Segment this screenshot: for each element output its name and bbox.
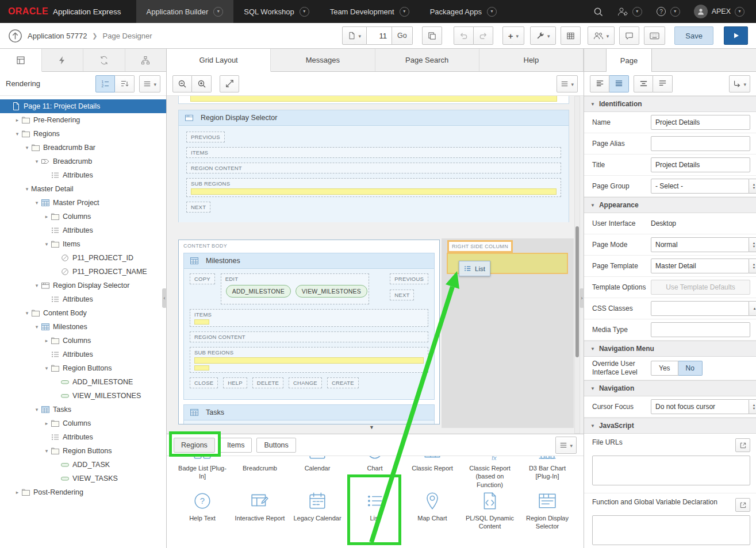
utilities-menu-button[interactable] — [530, 26, 556, 45]
layout-slot-region-content[interactable]: REGION CONTENT — [186, 163, 561, 173]
tab-grid-layout[interactable]: Grid Layout — [167, 49, 271, 72]
region-header[interactable]: Milestones — [184, 253, 434, 269]
tab-page[interactable]: Page — [606, 49, 652, 72]
tree-expand-toggle[interactable]: ▾ — [43, 448, 51, 454]
tab-processing[interactable] — [83, 49, 125, 71]
tree-expand-toggle[interactable]: ▾ — [13, 131, 21, 137]
tree-item-regions[interactable]: ▾Regions — [0, 127, 166, 141]
select-spinner[interactable]: ▲▼ — [749, 237, 756, 252]
layout-slot-close[interactable]: CLOSE — [190, 377, 218, 388]
section-header-navigation-menu[interactable]: ▼Navigation Menu — [584, 341, 756, 357]
expand-all-button[interactable] — [220, 75, 239, 92]
section-header-javascript[interactable]: ▼JavaScript — [584, 418, 756, 434]
combo-toggle-button[interactable]: ▴ — [749, 301, 756, 316]
tab-shared-components[interactable] — [125, 49, 167, 71]
run-button[interactable] — [724, 26, 748, 45]
gallery-item-d3-bar-chart-plug-in[interactable]: D3 Bar Chart [Plug-In] — [519, 456, 576, 489]
field-input[interactable] — [651, 115, 750, 130]
scroll-down-indicator[interactable] — [369, 424, 374, 430]
tab-packaged-apps[interactable]: Packaged Apps — [420, 0, 507, 23]
tree-expand-toggle[interactable]: ▸ — [43, 420, 51, 426]
layout-slot-change[interactable]: CHANGE — [289, 377, 322, 388]
tree-item-page-11-project-details[interactable]: Page 11: Project Details — [0, 99, 166, 113]
tree-item-view-tasks[interactable]: VIEW_TASKS — [0, 472, 166, 485]
region-button-view-milestones[interactable]: VIEW_MILESTONES — [296, 285, 367, 298]
gallery-item-chart[interactable]: Chart — [346, 456, 404, 489]
layout-slot-create[interactable]: CREATE — [327, 377, 359, 388]
tree-item-content-body[interactable]: ▾Content Body — [0, 306, 166, 320]
section-header-navigation[interactable]: ▼Navigation — [584, 380, 756, 396]
create-menu-button[interactable]: + — [502, 26, 524, 45]
field-input[interactable] — [651, 157, 750, 172]
next-slot[interactable]: NEXT — [390, 290, 414, 300]
tree-item-attributes[interactable]: Attributes — [0, 223, 166, 237]
select-spinner[interactable]: ▲▼ — [749, 399, 756, 414]
section-header-appearance[interactable]: ▼Appearance — [584, 197, 756, 213]
gallery-menu-button[interactable] — [555, 437, 577, 454]
shortcuts-button[interactable] — [644, 26, 665, 45]
tree-item-attributes[interactable]: Attributes — [0, 168, 166, 182]
gallery-tab-items[interactable]: Items — [220, 438, 252, 453]
gallery-item-legacy-calendar[interactable]: Legacy Calendar — [289, 491, 346, 531]
tree-expand-toggle[interactable]: ▾ — [23, 310, 31, 316]
field-textarea[interactable] — [592, 515, 750, 545]
tree-item-tasks[interactable]: ▾Tasks — [0, 403, 166, 416]
gallery-item-breadcrumb[interactable]: Breadcrumb — [231, 456, 289, 489]
tab-application-builder[interactable]: Application Builder — [136, 0, 234, 23]
edit-slot[interactable]: EDIT ADD_MILESTONEVIEW_MILESTONES — [221, 273, 369, 304]
tree-item-milestones[interactable]: ▾Milestones — [0, 320, 166, 334]
tree-item-columns[interactable]: ▸Columns — [0, 210, 166, 223]
tree-expand-toggle[interactable]: ▾ — [33, 159, 41, 164]
toggle-no[interactable]: No — [678, 361, 703, 376]
tree-item-post-rendering[interactable]: ▸Post-Rendering — [0, 485, 166, 499]
region-content-slot[interactable]: REGION CONTENT — [190, 331, 428, 342]
tree-item-p11-project-id[interactable]: P11_PROJECT_ID — [0, 251, 166, 265]
field-select[interactable] — [651, 399, 749, 414]
page-selector-button[interactable] — [342, 26, 367, 45]
field-textarea[interactable] — [592, 456, 750, 485]
gallery-item-classic-report-based-on-function[interactable]: fxClassic Report (based on Function) — [461, 456, 519, 489]
tree-item-pre-rendering[interactable]: ▸Pre-Rendering — [0, 113, 166, 127]
tree-item-add-milestone[interactable]: ADD_MILESTONE — [0, 375, 166, 389]
tab-sql-workshop[interactable]: SQL Workshop — [233, 0, 319, 23]
copy-slot[interactable]: COPY — [190, 273, 215, 284]
content-body-area[interactable]: CONTENT BODY Milestones COPY EDIT ADD_MI… — [178, 240, 440, 424]
zoom-out-button[interactable] — [172, 75, 192, 92]
tree-item-region-display-selector[interactable]: ▾Region Display Selector — [0, 279, 166, 292]
tab-help[interactable]: Help — [479, 49, 584, 71]
gallery-item-region-display-selector[interactable]: Region Display Selector — [519, 491, 576, 531]
tree-item-columns[interactable]: ▸Columns — [0, 416, 166, 430]
field-select[interactable] — [651, 237, 749, 252]
dragged-list-region[interactable]: List — [459, 261, 490, 276]
tree-expand-toggle[interactable]: ▾ — [43, 365, 51, 371]
tab-rendering[interactable] — [0, 49, 42, 72]
tab-messages[interactable]: Messages — [271, 49, 375, 71]
region-header[interactable]: Region Display Selector — [179, 110, 569, 126]
field-input[interactable] — [651, 301, 749, 316]
tab-dynamic-actions[interactable] — [42, 49, 84, 71]
tree-item-view-milestones[interactable]: VIEW_MILESTONES — [0, 389, 166, 403]
field-input[interactable] — [651, 322, 750, 337]
page-number-input[interactable] — [367, 26, 392, 45]
previous-slot[interactable]: PREVIOUS — [390, 273, 428, 284]
breadcrumb-application[interactable]: Application 57772 — [28, 32, 87, 40]
tree-item-master-project[interactable]: ▾Master Project — [0, 196, 166, 210]
team-menu-button[interactable] — [588, 26, 615, 45]
tree-item-columns[interactable]: ▸Columns — [0, 334, 166, 348]
layout-slot-sub-regions[interactable]: SUB REGIONS — [186, 178, 561, 197]
tree-item-attributes[interactable]: Attributes — [0, 292, 166, 306]
field-input[interactable] — [651, 136, 750, 151]
tree-expand-toggle[interactable]: ▾ — [43, 241, 51, 247]
tree-expand-toggle[interactable]: ▾ — [23, 145, 31, 150]
user-menu-button[interactable]: APEX — [687, 0, 751, 23]
code-editor-button[interactable] — [735, 438, 750, 452]
tree-item-add-task[interactable]: ADD_TASK — [0, 458, 166, 472]
sort-by-component-type-button[interactable] — [115, 75, 135, 92]
tree-expand-toggle[interactable]: ▸ — [43, 214, 51, 219]
canvas-scrollbar[interactable] — [574, 96, 580, 434]
tree-item-attributes[interactable]: Attributes — [0, 348, 166, 361]
tree-expand-toggle[interactable]: ▾ — [33, 283, 41, 288]
field-select[interactable] — [651, 179, 749, 194]
region-display-selector-region[interactable]: Region Display Selector PREVIOUSITEMSREG… — [178, 110, 569, 222]
go-to-component-button[interactable] — [729, 75, 750, 92]
